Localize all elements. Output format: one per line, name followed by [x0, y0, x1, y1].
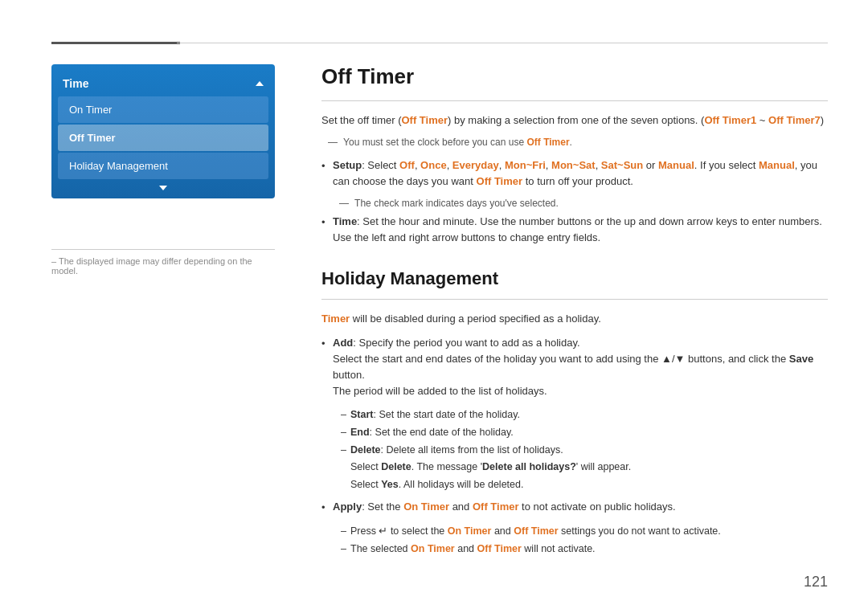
sidebar-menu: Time On Timer Off Timer Holiday Manageme…	[51, 64, 275, 198]
top-bar-dark	[51, 42, 180, 44]
sidebar-item-ontimer[interactable]: On Timer	[58, 96, 268, 123]
delete-select-note: Select Delete. The message 'Delete all h…	[350, 460, 828, 475]
sidebar-note: – The displayed image may differ dependi…	[51, 249, 275, 276]
holiday-divider	[321, 299, 828, 300]
holiday-intro: Timer will be disabled during a period s…	[321, 311, 828, 327]
page-number: 121	[804, 574, 828, 591]
top-line	[177, 43, 828, 43]
chevron-down-icon	[159, 186, 167, 190]
delete-subdash: Delete: Delete all items from the list o…	[341, 443, 828, 458]
main-content: Off Timer Set the off timer (Off Timer) …	[321, 64, 828, 559]
off-timer-title: Off Timer	[321, 64, 828, 89]
setup-subnote: The check mark indicates days you've sel…	[333, 198, 828, 209]
sidebar: Time On Timer Off Timer Holiday Manageme…	[51, 64, 275, 198]
apply-dash2: The selected On Timer and Off Timer will…	[341, 541, 828, 557]
end-subdash: End: Set the end date of the holiday.	[341, 425, 828, 440]
holiday-title: Holiday Management	[321, 268, 828, 289]
bullet-apply: • Apply: Set the On Timer and Off Timer …	[321, 499, 828, 516]
off-timer-note: You must set the clock before you can us…	[321, 137, 828, 148]
off-timer-section: Off Timer Set the off timer (Off Timer) …	[321, 64, 828, 246]
off-timer-intro: Set the off timer (Off Timer) by making …	[321, 112, 828, 129]
bullet-setup: • Setup: Select Off, Once, Everyday, Mon…	[321, 157, 828, 190]
sidebar-title: Time	[63, 77, 88, 90]
sidebar-header: Time	[51, 69, 275, 95]
sidebar-item-offtimer[interactable]: Off Timer	[58, 125, 268, 151]
sidebar-footer	[51, 181, 275, 194]
intro-highlight3: Off Timer7	[768, 114, 821, 126]
apply-dash1: Press ↵ to select the On Timer and Off T…	[341, 524, 828, 539]
intro-highlight1: Off Timer	[401, 114, 448, 126]
bullet-time: • Time: Set the hour and minute. Use the…	[321, 214, 828, 246]
chevron-up-icon	[256, 81, 264, 86]
bullet-add: • Add: Specify the period you want to ad…	[321, 335, 828, 400]
holiday-section: Holiday Management Timer will be disable…	[321, 268, 828, 556]
note-highlight: Off Timer	[526, 137, 569, 148]
start-subdash: Start: Set the start date of the holiday…	[341, 407, 828, 423]
delete-yes-note: Select Yes. All holidays will be deleted…	[350, 477, 828, 492]
section-divider	[321, 100, 828, 101]
intro-highlight2: Off Timer1	[704, 114, 756, 126]
sidebar-item-holiday[interactable]: Holiday Management	[58, 153, 268, 179]
